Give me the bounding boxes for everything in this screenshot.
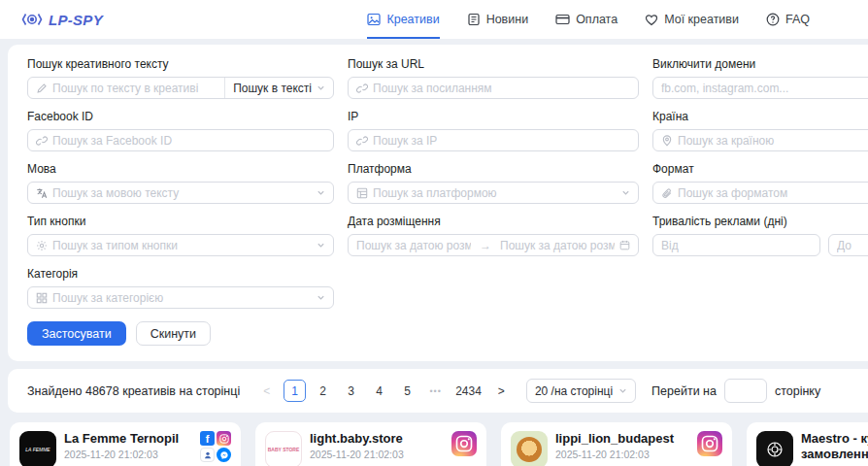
- pagination-page-4[interactable]: 4: [368, 380, 390, 402]
- creative-cards: LA FEMME La Femme Ternopil 2025-11-20 21…: [10, 422, 868, 466]
- pencil-icon: [36, 83, 48, 94]
- button-type-select[interactable]: [27, 234, 334, 256]
- pagination-page-1[interactable]: 1: [284, 380, 306, 402]
- field-label: Виключити домени: [652, 57, 868, 71]
- duration-from-input[interactable]: [661, 239, 812, 252]
- field-label: Тип кнопки: [27, 215, 334, 228]
- filter-panel: Пошук креативного тексту Пошук в тексті: [8, 45, 868, 361]
- nav-my-creatives[interactable]: Мої креативи: [645, 0, 739, 39]
- card-icon: [555, 13, 570, 26]
- ip-input[interactable]: [373, 134, 630, 148]
- calendar-icon: [619, 240, 630, 250]
- network-icons: f: [198, 431, 231, 466]
- url-input[interactable]: [373, 82, 630, 95]
- date-from-input[interactable]: [356, 239, 471, 252]
- card-title[interactable]: light.baby.store: [310, 431, 436, 447]
- pagination-next[interactable]: >: [490, 380, 513, 402]
- header: LP-SPY Креативи Новини Оплата: [0, 0, 868, 39]
- creative-text-input[interactable]: [52, 82, 212, 95]
- nav-label: Креативи: [386, 13, 439, 26]
- card-title[interactable]: Maestro - кухні, ме замовлення в Ужго: [801, 431, 868, 463]
- news-icon: [467, 13, 481, 26]
- field-label: Мова: [27, 162, 334, 176]
- pagination-page-2[interactable]: 2: [312, 380, 334, 402]
- category-select[interactable]: [27, 286, 334, 309]
- field-label: IP: [348, 110, 639, 123]
- avatar: BABY STORE: [265, 431, 302, 466]
- creative-card[interactable]: Maestro - кухні, ме замовлення в Ужго 20…: [747, 422, 868, 466]
- pagination-ellipsis[interactable]: •••: [424, 380, 447, 402]
- reset-button[interactable]: Скинути: [136, 321, 211, 346]
- avatar-text: BABY STORE: [268, 447, 300, 452]
- page-size-select[interactable]: 20 /на сторінці: [526, 379, 636, 403]
- chevron-down-icon: [317, 293, 325, 302]
- heart-icon: [645, 14, 658, 26]
- nav-label: Мої креативи: [664, 13, 739, 26]
- apply-button[interactable]: Застосувати: [27, 321, 126, 346]
- creative-text-input-group: Пошук в тексті: [27, 77, 334, 99]
- avatar: LA FEMME: [19, 431, 56, 466]
- pagination-prev[interactable]: <: [255, 380, 278, 402]
- card-title[interactable]: lippi_lion_budapest: [555, 431, 682, 447]
- language-select[interactable]: [27, 182, 334, 204]
- logo[interactable]: LP-SPY: [21, 10, 103, 29]
- goto-page-input[interactable]: [724, 379, 767, 403]
- card-title-line1: Maestro - кухні, ме: [801, 431, 868, 447]
- platform-select[interactable]: [348, 182, 639, 204]
- pagination-page-last[interactable]: 2434: [452, 380, 484, 402]
- nav-creatives[interactable]: Креативи: [367, 0, 439, 39]
- exclude-domains-input[interactable]: [661, 82, 868, 95]
- results-summary: Знайдено 48678 креативів на сторінці: [27, 384, 240, 398]
- nav-news[interactable]: Новини: [467, 0, 529, 39]
- grid-icon: [36, 292, 48, 304]
- search-mode-value: Пошук в тексті: [233, 82, 312, 95]
- nav-faq[interactable]: FAQ: [766, 0, 810, 39]
- facebook-id-input[interactable]: [52, 134, 325, 148]
- button-type-input[interactable]: [52, 239, 312, 252]
- platform-input[interactable]: [373, 186, 617, 200]
- field-label: Формат: [652, 162, 868, 176]
- goto-label-prefix: Перейти на: [651, 384, 717, 398]
- creative-card[interactable]: BABY STORE light.baby.store 2025-11-20 2…: [255, 422, 486, 466]
- card-title[interactable]: La Femme Ternopil: [64, 431, 190, 447]
- date-range-picker[interactable]: →: [348, 234, 639, 256]
- field-placement-date: Дата розміщення →: [348, 215, 639, 256]
- field-platform: Платформа: [348, 162, 639, 204]
- creative-card[interactable]: lippi_lion_budapest 2025-11-20 21:02:03 …: [501, 422, 732, 466]
- country-input[interactable]: [678, 134, 868, 148]
- language-input[interactable]: [52, 186, 312, 200]
- card-date: 2025-11-20 21:02:03: [64, 449, 190, 460]
- link-icon: [36, 135, 48, 147]
- category-input[interactable]: [52, 291, 312, 305]
- goto-label-suffix: сторінку: [775, 384, 820, 398]
- avatar: [756, 431, 793, 466]
- pagination-page-5[interactable]: 5: [396, 380, 418, 402]
- card-date: 2025-11-20 21:02:03: [310, 449, 436, 460]
- nav-label: Оплата: [576, 13, 618, 26]
- creative-card[interactable]: LA FEMME La Femme Ternopil 2025-11-20 21…: [10, 422, 241, 466]
- link-icon: [356, 83, 368, 94]
- facebook-icon: f: [200, 431, 215, 446]
- nav-label: FAQ: [785, 13, 810, 26]
- search-mode-select[interactable]: Пошук в тексті: [224, 78, 333, 98]
- platform-icon: [356, 187, 368, 199]
- pagination-page-3[interactable]: 3: [340, 380, 362, 402]
- field-exclude-domains: Виключити домени: [652, 57, 868, 99]
- nav-payment[interactable]: Оплата: [555, 0, 618, 39]
- messenger-icon: [217, 448, 231, 462]
- translate-icon: [36, 187, 48, 199]
- chevron-down-icon: [621, 188, 630, 197]
- field-label: Дата розміщення: [348, 215, 639, 228]
- chevron-down-icon: [317, 241, 325, 250]
- logo-text: LP-SPY: [49, 12, 103, 28]
- date-to-input[interactable]: [500, 239, 615, 252]
- duration-to-input[interactable]: [837, 239, 868, 252]
- page-size-value: 20 /на сторінці: [535, 384, 613, 398]
- avatar-text: LA FEMME: [25, 447, 50, 453]
- paperclip-icon: [661, 187, 673, 199]
- format-input[interactable]: [678, 186, 868, 200]
- field-label: Пошук креативного тексту: [27, 57, 334, 71]
- field-format: Формат: [652, 162, 868, 204]
- chevron-down-icon: [317, 188, 325, 197]
- field-ip: IP: [348, 110, 639, 151]
